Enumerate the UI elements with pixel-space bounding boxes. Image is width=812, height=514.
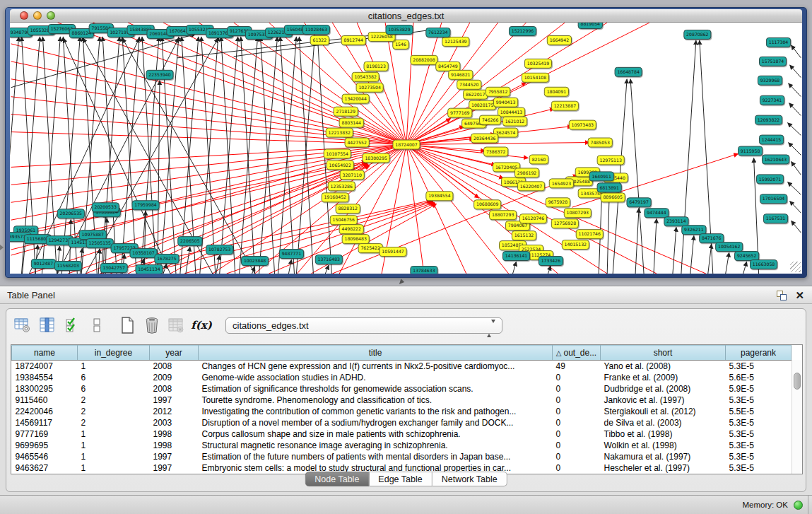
citation-edge-black[interactable]	[788, 83, 801, 97]
network-node[interactable]: 1678275	[155, 255, 179, 264]
cell-name[interactable]: 18300295	[12, 383, 78, 395]
cell-pagerank[interactable]: 5.3E-5	[726, 395, 792, 406]
network-node[interactable]: 8828312	[336, 204, 360, 214]
network-node[interactable]: 10591447	[379, 247, 406, 257]
cell-title[interactable]: Changes of HCN gene expression and I(f) …	[199, 361, 553, 372]
hidden-panel-arrow-icon[interactable]	[0, 245, 4, 250]
citation-edge-black[interactable]	[789, 65, 801, 78]
network-node[interactable]: 10107554	[324, 149, 351, 158]
cell-year[interactable]: 2008	[150, 361, 199, 372]
network-node[interactable]: 1117304	[766, 37, 790, 47]
network-node[interactable]: 10844413	[498, 107, 525, 117]
table-selector-dropdown[interactable]: citations_edges.txt	[225, 317, 502, 334]
cell-pagerank[interactable]: 5.9E-5	[726, 383, 792, 395]
network-node[interactable]: 1615132	[512, 231, 536, 240]
network-node[interactable]: 8454749	[436, 62, 460, 71]
close-window-button[interactable]	[20, 11, 28, 20]
cell-out_degree[interactable]: 0	[553, 462, 601, 474]
network-node[interactable]: 10325419	[524, 59, 551, 68]
network-node[interactable]: 10358107	[130, 249, 157, 258]
network-node[interactable]: 7485053	[588, 138, 612, 147]
network-node[interactable]: 12505135	[86, 239, 113, 248]
cell-in_degree[interactable]: 2	[78, 406, 150, 417]
network-node[interactable]: 1804091	[544, 87, 568, 96]
network-node[interactable]: 1546	[393, 40, 409, 49]
citation-edge-black[interactable]	[548, 266, 551, 274]
network-node[interactable]: 18807293	[490, 211, 517, 220]
network-node[interactable]: 8896605	[601, 193, 625, 202]
network-node[interactable]: 10807293	[564, 209, 591, 218]
cell-year[interactable]: 2003	[150, 417, 199, 428]
network-node[interactable]: 746266	[480, 115, 501, 124]
network-node[interactable]: 7386372	[484, 147, 508, 156]
network-node[interactable]: 12125439	[442, 37, 469, 46]
cell-title[interactable]: Estimation of significance thresholds fo…	[199, 383, 553, 395]
citation-edge-red[interactable]	[11, 161, 367, 234]
network-node[interactable]: 1621012	[502, 117, 526, 126]
cell-name[interactable]: 9465546	[12, 451, 78, 462]
network-node[interactable]: 20882008	[411, 55, 437, 64]
network-node[interactable]: 10451134	[136, 265, 163, 274]
cell-title[interactable]: Genome-wide association studies in ADHD.	[199, 372, 553, 383]
cell-pagerank[interactable]: 5.5E-5	[726, 406, 792, 417]
network-node[interactable]: 11568203	[54, 262, 81, 271]
citation-edge-black[interactable]	[607, 193, 609, 274]
network-node[interactable]: 1640911	[589, 172, 613, 181]
cell-name[interactable]: 18724007	[12, 361, 78, 372]
network-node[interactable]: 20364436	[471, 134, 498, 143]
cell-year[interactable]: 2012	[150, 406, 199, 417]
network-node[interactable]: 16648784	[615, 67, 642, 76]
network-node[interactable]: 20200533	[92, 203, 119, 212]
cell-out_degree[interactable]: 0	[553, 417, 601, 428]
cell-out_degree[interactable]: 49	[553, 361, 601, 372]
cell-pagerank[interactable]: 5.3E-5	[726, 462, 792, 474]
cell-in_degree[interactable]: 1	[78, 440, 150, 451]
network-node[interactable]: 11663058	[751, 260, 777, 269]
network-node[interactable]: 8471676	[700, 234, 724, 243]
cell-short[interactable]: Stergiakouli et al. (2012)	[601, 406, 726, 417]
network-node[interactable]: 4427552	[345, 138, 369, 147]
citation-edge-black[interactable]	[787, 123, 801, 136]
network-node[interactable]: 7344520	[457, 80, 481, 89]
memory-ok-indicator[interactable]	[794, 501, 803, 510]
citation-edge-black[interactable]	[241, 37, 255, 274]
network-node[interactable]: 1733426	[539, 257, 563, 266]
network-node[interactable]: 8819054	[578, 23, 602, 28]
tab-edge-table[interactable]: Edge Table	[369, 472, 432, 486]
cell-year[interactable]: 2009	[150, 372, 199, 383]
network-node[interactable]: 12213832	[326, 128, 353, 137]
network-node[interactable]: 8803144	[339, 118, 363, 127]
citation-edge-black[interactable]	[673, 227, 676, 274]
network-node[interactable]: 13420044	[342, 94, 369, 103]
cell-out_degree[interactable]: 0	[553, 451, 601, 462]
network-node[interactable]: 18098483	[342, 235, 369, 244]
cell-short[interactable]: de Silva et al. (2003)	[601, 417, 726, 428]
citation-edge-black[interactable]	[654, 218, 657, 274]
cell-in_degree[interactable]: 6	[78, 372, 150, 383]
cell-short[interactable]: Franke et al. (2009)	[601, 372, 726, 383]
network-node[interactable]: 9777169	[448, 108, 472, 117]
cell-title[interactable]: Tourette syndrome. Phenomenology and cla…	[199, 395, 553, 406]
network-node[interactable]: 9326211	[682, 226, 706, 235]
network-node[interactable]: 9329968	[758, 76, 782, 85]
network-node[interactable]: 7612234	[426, 28, 450, 37]
cell-out_degree[interactable]: 0	[553, 395, 601, 406]
network-node[interactable]: 10782753	[206, 245, 233, 255]
network-node[interactable]: 9675928	[546, 198, 570, 207]
cell-pagerank[interactable]: 5.3E-5	[726, 440, 792, 451]
citation-edge-black[interactable]	[122, 37, 136, 274]
cell-name[interactable]: 14569117	[12, 417, 78, 428]
network-node[interactable]: 12756928	[551, 219, 578, 228]
cell-out_degree[interactable]: 0	[553, 428, 601, 440]
network-node[interactable]: 10688609	[474, 200, 501, 209]
network-node[interactable]: 10973483	[569, 120, 596, 129]
network-node[interactable]: 14136141	[503, 252, 530, 261]
citation-edge-black[interactable]	[513, 262, 517, 274]
citation-edge-black[interactable]	[726, 252, 729, 274]
network-node[interactable]: 13716483	[315, 255, 342, 264]
network-node[interactable]: 9227341	[760, 95, 784, 105]
citation-edge-black[interactable]	[791, 45, 801, 58]
cell-in_degree[interactable]: 6	[78, 383, 150, 395]
window-titlebar[interactable]: citations_edges.txt	[10, 9, 802, 23]
network-node[interactable]: 12093822	[755, 115, 782, 124]
